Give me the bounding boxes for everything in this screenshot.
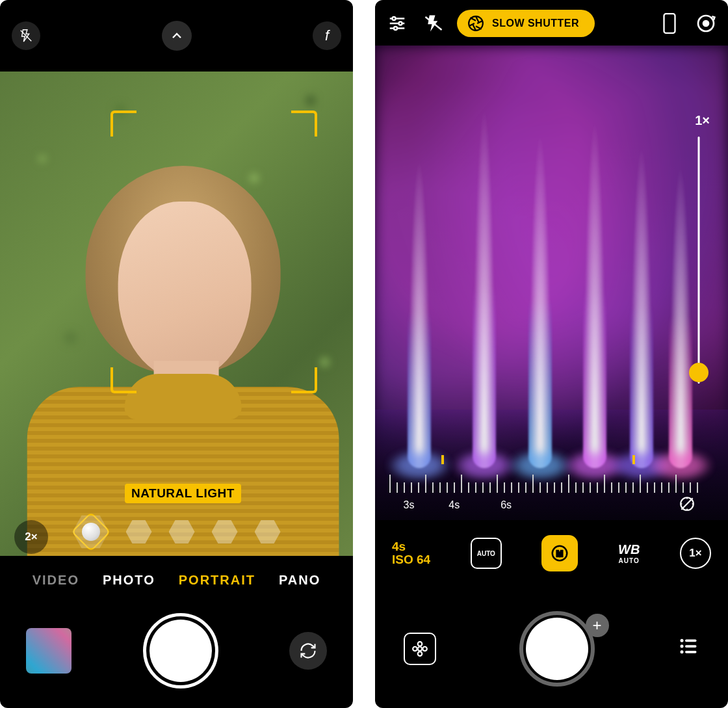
focus-corner-tr bbox=[291, 111, 317, 137]
svg-point-6 bbox=[394, 27, 397, 30]
focus-corner-tl bbox=[110, 111, 136, 137]
pro-viewfinder[interactable]: 1× 3s 4s 6s bbox=[375, 46, 728, 520]
svg-point-24 bbox=[681, 650, 684, 653]
mode-video[interactable]: VIDEO bbox=[32, 573, 79, 588]
ios-bottom-bar bbox=[0, 612, 353, 690]
iso-value: ISO 64 bbox=[392, 553, 430, 566]
mode-photo[interactable]: PHOTO bbox=[103, 573, 155, 588]
lighting-stage[interactable] bbox=[212, 519, 238, 545]
lighting-badge: NATURAL LIGHT bbox=[125, 484, 241, 503]
zoom-slider[interactable]: 1× bbox=[689, 117, 708, 390]
zoom-track bbox=[698, 137, 700, 384]
exposure-readout[interactable]: 4s ISO 64 bbox=[392, 540, 430, 566]
svg-text:M: M bbox=[556, 549, 563, 558]
fountain-jet bbox=[630, 143, 653, 468]
tick-4s: 4s bbox=[448, 499, 460, 511]
expand-controls-button[interactable] bbox=[162, 21, 192, 51]
svg-rect-23 bbox=[685, 645, 697, 648]
manual-mode-button[interactable]: M bbox=[541, 535, 578, 571]
tick-6s: 6s bbox=[500, 499, 512, 511]
svg-rect-9 bbox=[664, 14, 675, 33]
svg-point-19 bbox=[422, 647, 427, 651]
settings-button[interactable] bbox=[384, 10, 410, 36]
chevron-up-icon bbox=[169, 28, 185, 44]
svg-point-11 bbox=[703, 21, 708, 26]
selfie-button[interactable] bbox=[693, 10, 719, 36]
zoom-slider-label: 1× bbox=[695, 113, 710, 128]
flash-toggle[interactable] bbox=[12, 21, 40, 50]
sliders-icon bbox=[387, 14, 407, 33]
lighting-studio[interactable] bbox=[126, 519, 152, 545]
svg-point-5 bbox=[399, 22, 402, 25]
mode-pill-label: SLOW SHUTTER bbox=[492, 18, 579, 29]
svg-rect-25 bbox=[685, 651, 697, 653]
mode-portrait[interactable]: PORTRAIT bbox=[179, 573, 255, 588]
flip-camera-button[interactable] bbox=[289, 632, 327, 670]
portrait-orientation-icon bbox=[661, 12, 678, 34]
selfie-icon bbox=[696, 13, 716, 34]
focus-auto-button[interactable]: AUTO bbox=[471, 538, 502, 569]
svg-point-22 bbox=[681, 645, 684, 648]
pro-bottom-bar: + bbox=[375, 607, 728, 691]
focus-auto-label: AUTO bbox=[477, 550, 495, 557]
lighting-natural[interactable] bbox=[73, 514, 109, 550]
pro-shutter-button[interactable] bbox=[526, 618, 588, 680]
flash-off-button[interactable] bbox=[421, 10, 447, 36]
manual-icon: M bbox=[550, 544, 569, 563]
ios-top-bar: f bbox=[0, 0, 353, 72]
svg-point-17 bbox=[418, 651, 422, 656]
zoom-1x-button[interactable]: 1× bbox=[680, 538, 711, 569]
zoom-knob[interactable] bbox=[689, 363, 708, 382]
shutter-button[interactable] bbox=[150, 620, 212, 682]
pro-camera-screen: SLOW SHUTTER 1× bbox=[375, 0, 728, 708]
exposure-scale-labels: 3s 4s 6s bbox=[389, 499, 714, 514]
lighting-stage-mono[interactable] bbox=[255, 519, 281, 545]
svg-point-18 bbox=[413, 647, 417, 651]
mode-selector[interactable]: VIDEO PHOTO PORTRAIT PANO bbox=[0, 565, 353, 595]
list-icon bbox=[677, 636, 699, 656]
lighting-contour[interactable] bbox=[169, 519, 195, 545]
flash-off-icon bbox=[424, 14, 443, 33]
white-balance-button[interactable]: WB AUTO bbox=[618, 542, 640, 564]
exposure-icon[interactable] bbox=[679, 495, 696, 515]
svg-point-16 bbox=[418, 642, 422, 646]
lighting-picker[interactable] bbox=[0, 514, 353, 550]
focus-corner-bl bbox=[110, 367, 136, 393]
wb-sub: AUTO bbox=[618, 557, 640, 564]
menu-button[interactable] bbox=[677, 636, 699, 661]
shutter-value: 4s bbox=[392, 540, 430, 553]
flip-camera-icon bbox=[299, 642, 317, 660]
depth-control-button[interactable]: f bbox=[313, 21, 341, 50]
mode-pill[interactable]: SLOW SHUTTER bbox=[457, 10, 595, 37]
svg-point-4 bbox=[393, 17, 396, 20]
wb-main: WB bbox=[618, 542, 640, 557]
gallery-button[interactable] bbox=[404, 633, 436, 665]
ios-camera-screen: f NATURAL LIGHT 2× bbox=[0, 0, 353, 708]
orientation-button[interactable] bbox=[656, 10, 682, 36]
focus-corner-br bbox=[291, 367, 317, 393]
pro-top-bar: SLOW SHUTTER bbox=[375, 7, 728, 40]
fountain-jet bbox=[583, 117, 606, 468]
flash-off-icon bbox=[19, 29, 33, 43]
tick-3s: 3s bbox=[403, 499, 414, 511]
mode-pano[interactable]: PANO bbox=[279, 573, 320, 588]
plus-button[interactable]: + bbox=[586, 614, 609, 637]
pro-control-row: 4s ISO 64 AUTO M WB AUTO 1× bbox=[375, 530, 728, 577]
fountain-jet bbox=[528, 130, 552, 468]
last-photo-thumbnail[interactable] bbox=[26, 628, 72, 674]
exposure-scale[interactable] bbox=[389, 463, 714, 493]
f-stop-icon: f bbox=[325, 27, 329, 44]
fountain-jet bbox=[473, 104, 496, 468]
svg-point-15 bbox=[418, 647, 422, 651]
aperture-icon bbox=[467, 15, 484, 32]
fountain-jet bbox=[408, 156, 431, 468]
flower-icon bbox=[411, 640, 428, 657]
pro-shutter-wrap: + bbox=[526, 618, 588, 680]
svg-point-20 bbox=[681, 639, 684, 642]
view-finder[interactable]: NATURAL LIGHT 2× bbox=[0, 72, 353, 556]
svg-rect-21 bbox=[685, 639, 697, 642]
